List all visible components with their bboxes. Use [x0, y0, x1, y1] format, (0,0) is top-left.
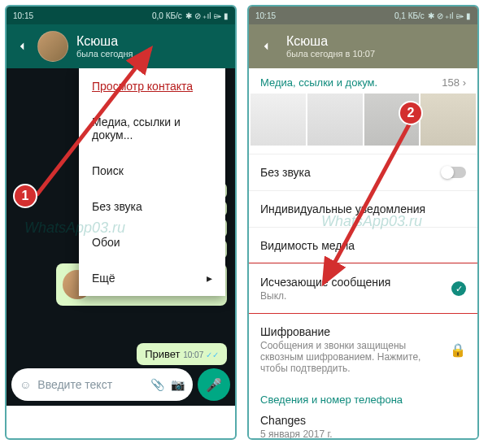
annotation-badge-2: 2: [399, 101, 423, 125]
svg-line-1: [324, 124, 409, 283]
input-placeholder: Введите текст: [37, 378, 144, 391]
media-thumb[interactable]: [420, 94, 476, 146]
annotation-arrow-2: [316, 120, 421, 291]
check-icon: ✓: [451, 281, 466, 296]
media-thumb[interactable]: [251, 94, 306, 146]
annotation-badge-1: 1: [13, 184, 37, 208]
info-section-header: Сведения и номер телефона: [249, 385, 477, 411]
back-icon[interactable]: [15, 39, 29, 54]
attach-icon[interactable]: 📎: [150, 378, 164, 391]
emoji-icon[interactable]: ☺: [20, 378, 31, 391]
message-out[interactable]: Привет 10:07 ✓✓: [137, 343, 227, 365]
status-time: 10:15: [13, 11, 33, 20]
mic-icon: 🎤: [206, 377, 222, 393]
status-bar: 10:15 0,1 КБ/с✱ ⊘ ₊ıl ⌲ ▮: [249, 7, 477, 24]
mute-toggle[interactable]: [442, 167, 466, 178]
lock-icon: 🔒: [450, 342, 466, 358]
row-encryption[interactable]: Шифрование Сообщения и звонки защищены с…: [249, 313, 477, 385]
back-icon[interactable]: [259, 39, 273, 54]
menu-wallpaper[interactable]: Обои: [79, 224, 225, 260]
row-changes[interactable]: Changes 5 января 2017 г.: [249, 411, 477, 440]
message-input[interactable]: ☺ Введите текст 📎 📷: [11, 368, 193, 401]
mic-button[interactable]: 🎤: [198, 368, 230, 401]
svg-line-0: [37, 49, 150, 195]
annotation-arrow-1: [33, 41, 163, 203]
menu-more[interactable]: Ещё▸: [79, 260, 225, 296]
contact-name: Ксюша: [286, 34, 328, 49]
status-bar: 10:15 0,0 КБ/с✱ ⊘ ₊ıl ⌲ ▮: [7, 7, 235, 24]
profile-header: Ксюша была сегодня в 10:07: [249, 24, 477, 68]
camera-icon[interactable]: 📷: [171, 378, 185, 391]
status-time: 10:15: [255, 11, 276, 20]
input-bar: ☺ Введите текст 📎 📷 🎤: [11, 368, 230, 401]
media-section-header[interactable]: Медиа, ссылки и докум.158 ›: [249, 68, 477, 94]
chevron-right-icon: ▸: [207, 272, 212, 285]
last-seen: была сегодня в 10:07: [286, 49, 375, 59]
